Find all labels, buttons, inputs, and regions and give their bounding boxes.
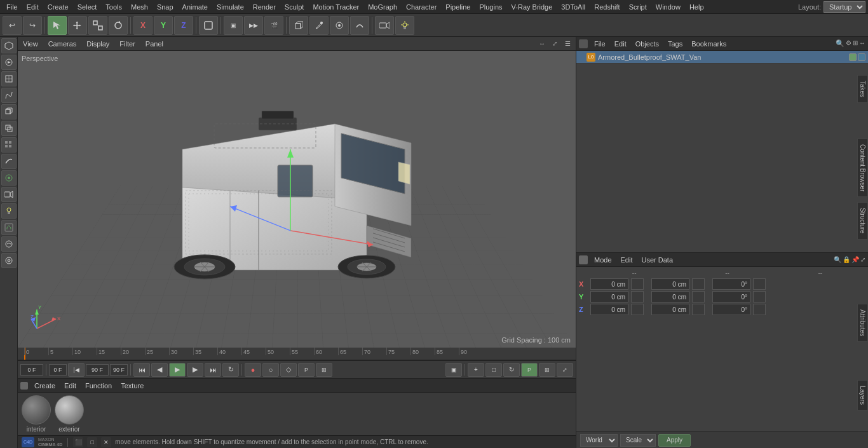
menu-simulate[interactable]: Simulate <box>213 2 248 12</box>
sidebar-field-btn[interactable] <box>1 170 17 186</box>
tab-layers[interactable]: Layers <box>857 380 868 411</box>
menu-character[interactable]: Character <box>402 2 440 12</box>
play-vp-btn[interactable]: P <box>521 363 538 377</box>
menu-tools[interactable]: Tools <box>102 2 126 12</box>
attr-expand-icon[interactable]: ⤢ <box>860 256 865 263</box>
menu-select[interactable]: Select <box>74 2 101 12</box>
record-btn[interactable]: ● <box>245 363 261 377</box>
menu-edit[interactable]: Edit <box>23 2 43 12</box>
end-frame-input[interactable] <box>86 364 109 376</box>
sidebar-paint-btn[interactable] <box>1 236 17 252</box>
tab-takes[interactable]: Takes <box>857 75 868 103</box>
sidebar-model-btn[interactable] <box>1 38 17 53</box>
attr-edit[interactable]: Edit <box>618 255 635 265</box>
pen-tool-button[interactable] <box>309 16 329 35</box>
render-preview-btn[interactable]: ▣ <box>445 363 462 377</box>
mat-edit[interactable]: Edit <box>62 381 79 391</box>
vp-menu-display[interactable]: Display <box>84 39 112 49</box>
motion-clip-btn[interactable]: P <box>298 363 315 377</box>
light-button[interactable] <box>395 16 414 35</box>
redo-button[interactable]: ↪ <box>23 16 42 35</box>
material-item-0[interactable]: interior <box>22 395 51 433</box>
vp-menu-view[interactable]: View <box>20 39 41 49</box>
attr-y-scale[interactable] <box>712 291 750 302</box>
menu-3dtoall[interactable]: 3DToAll <box>557 2 589 12</box>
expand-vp-btn[interactable]: ⤢ <box>557 363 573 377</box>
material-ball-interior[interactable] <box>22 395 51 424</box>
grid-vp-btn[interactable]: ⊞ <box>539 363 555 377</box>
rotate-tool-button[interactable] <box>109 16 128 35</box>
auto-keyframe-btn[interactable]: ○ <box>262 363 279 377</box>
select-tool-button[interactable] <box>48 16 67 35</box>
menu-help[interactable]: Help <box>686 2 708 12</box>
menu-vray[interactable]: V-Ray Bridge <box>508 2 557 12</box>
attr-z-scale[interactable] <box>712 304 750 315</box>
menu-sculpt[interactable]: Sculpt <box>281 2 308 12</box>
attr-search-icon[interactable]: 🔍 <box>834 256 841 263</box>
next-frame-btn[interactable]: ▶ <box>187 363 203 377</box>
attr-x-scale[interactable] <box>712 278 750 290</box>
select-vp-btn[interactable]: □ <box>485 363 502 377</box>
menu-create[interactable]: Create <box>44 2 72 12</box>
om-search-icon[interactable]: 🔍 <box>836 39 844 48</box>
menu-render[interactable]: Render <box>249 2 280 12</box>
om-filter-icon[interactable]: ⊞ <box>853 39 858 48</box>
render-active-button[interactable]: ▶▶ <box>244 16 263 35</box>
mat-texture[interactable]: Texture <box>118 381 146 391</box>
rotate-vp-btn[interactable]: ↻ <box>503 363 520 377</box>
menu-window[interactable]: Window <box>652 2 684 12</box>
move-vp-btn[interactable]: + <box>468 363 484 377</box>
attr-pin-icon[interactable]: 📌 <box>851 256 859 263</box>
vp-icon-maximize[interactable]: ⤢ <box>549 38 560 50</box>
attr-x-rot[interactable] <box>651 278 689 290</box>
undo-button[interactable]: ↩ <box>3 16 22 35</box>
om-dot-visible[interactable] <box>849 53 857 61</box>
attr-lock-icon[interactable]: 🔒 <box>843 256 850 263</box>
move-tool-button[interactable] <box>68 16 87 35</box>
sidebar-array-btn[interactable] <box>1 137 17 153</box>
end-frame2-input[interactable] <box>110 364 128 376</box>
vp-menu-cameras[interactable]: Cameras <box>46 39 79 49</box>
layout-dropdown[interactable]: Startup <box>824 1 865 13</box>
x-axis-button[interactable]: X <box>133 16 153 35</box>
sidebar-animate-btn[interactable] <box>1 55 17 70</box>
om-file[interactable]: File <box>592 39 608 49</box>
vp-menu-panel[interactable]: Panel <box>143 39 166 49</box>
menu-redshift[interactable]: Redshift <box>590 2 623 12</box>
attr-z-rot[interactable] <box>651 304 689 315</box>
timeline-btn[interactable]: ⊞ <box>316 363 332 377</box>
vp-menu-filter[interactable]: Filter <box>117 39 137 49</box>
current-frame-input[interactable] <box>20 364 43 376</box>
attr-y-rot[interactable] <box>651 291 689 302</box>
sidebar-target-btn[interactable] <box>1 253 17 268</box>
render-region-button[interactable]: ▣ <box>224 16 243 35</box>
menu-pipeline[interactable]: Pipeline <box>442 2 474 12</box>
sidebar-boolean-btn[interactable] <box>1 121 17 136</box>
attr-x-pos[interactable] <box>590 278 628 290</box>
menu-plugins[interactable]: Plugins <box>475 2 506 12</box>
menu-file[interactable]: File <box>3 2 22 12</box>
sidebar-deformer2-btn[interactable] <box>1 154 17 169</box>
jump-end-btn[interactable]: ⏭ <box>205 363 221 377</box>
mat-create[interactable]: Create <box>32 381 58 391</box>
om-tags[interactable]: Tags <box>665 39 685 49</box>
object-mode-button[interactable] <box>199 16 218 35</box>
sidebar-uv-btn[interactable] <box>1 71 17 86</box>
world-dropdown[interactable]: World Object <box>580 434 618 447</box>
material-ball-exterior[interactable] <box>55 395 84 424</box>
attr-user-data[interactable]: User Data <box>639 255 676 265</box>
render-to-po-button[interactable]: 🎬 <box>264 16 283 35</box>
vp-icon-expand[interactable]: ↔ <box>536 38 548 50</box>
tab-attributes[interactable]: Attributes <box>857 304 868 342</box>
timeline-ruler[interactable]: 0 5 10 15 20 25 30 35 40 45 50 55 60 65 … <box>18 348 576 360</box>
om-edit[interactable]: Edit <box>612 39 629 49</box>
om-collapse-icon[interactable]: ↔ <box>859 39 865 48</box>
scale-tool-button[interactable] <box>88 16 107 35</box>
sidebar-cube-btn[interactable] <box>1 104 17 119</box>
vp-icon-settings[interactable]: ☰ <box>562 38 573 50</box>
menu-script[interactable]: Script <box>625 2 651 12</box>
deformer-tool-button[interactable] <box>350 16 369 35</box>
tab-structure[interactable]: Structure <box>857 202 868 240</box>
apply-button[interactable]: Apply <box>658 434 691 447</box>
prev-frame-btn[interactable]: ◀ <box>151 363 168 377</box>
